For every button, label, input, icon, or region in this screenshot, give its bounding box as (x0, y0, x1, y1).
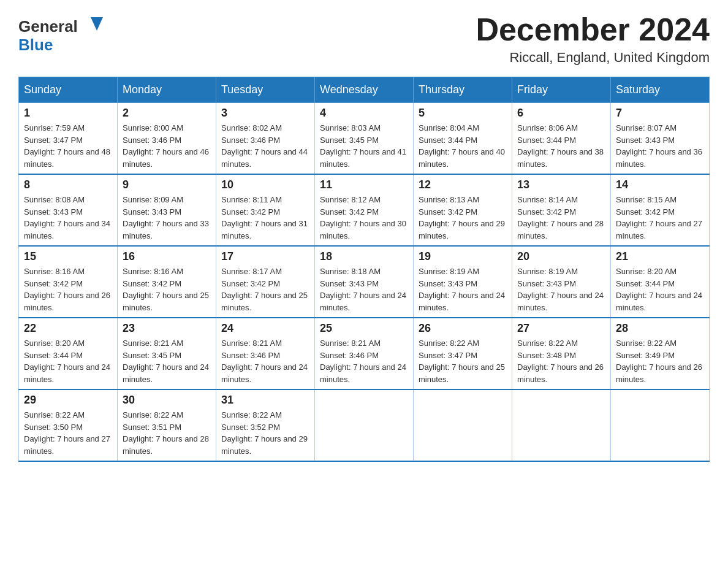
day-cell: 23 Sunrise: 8:21 AM Sunset: 3:45 PM Dayl… (118, 318, 216, 389)
day-cell: 31 Sunrise: 8:22 AM Sunset: 3:52 PM Dayl… (216, 389, 315, 461)
day-info: Sunrise: 8:21 AM Sunset: 3:46 PM Dayligh… (320, 337, 408, 385)
header-tuesday: Tuesday (216, 77, 315, 103)
week-row-5: 29 Sunrise: 8:22 AM Sunset: 3:50 PM Dayl… (19, 389, 710, 461)
header-saturday: Saturday (611, 77, 710, 103)
day-cell: 24 Sunrise: 8:21 AM Sunset: 3:46 PM Dayl… (216, 318, 315, 389)
day-info: Sunrise: 8:21 AM Sunset: 3:46 PM Dayligh… (221, 337, 309, 385)
day-info: Sunrise: 8:03 AM Sunset: 3:45 PM Dayligh… (320, 122, 408, 170)
day-number: 4 (320, 107, 408, 120)
day-info: Sunrise: 8:07 AM Sunset: 3:43 PM Dayligh… (616, 122, 704, 170)
day-number: 3 (221, 107, 309, 120)
day-cell: 18 Sunrise: 8:18 AM Sunset: 3:43 PM Dayl… (315, 246, 414, 318)
day-number: 1 (24, 107, 112, 120)
day-cell: 6 Sunrise: 8:06 AM Sunset: 3:44 PM Dayli… (512, 103, 611, 175)
day-info: Sunrise: 8:22 AM Sunset: 3:49 PM Dayligh… (616, 337, 704, 385)
day-cell: 3 Sunrise: 8:02 AM Sunset: 3:46 PM Dayli… (216, 103, 315, 175)
day-number: 13 (517, 178, 605, 191)
day-cell: 2 Sunrise: 8:00 AM Sunset: 3:46 PM Dayli… (118, 103, 216, 175)
day-info: Sunrise: 8:08 AM Sunset: 3:43 PM Dayligh… (24, 194, 112, 242)
page-header: General Blue December 2024 Riccall, Engl… (18, 12, 710, 66)
day-number: 21 (616, 250, 704, 263)
day-cell: 28 Sunrise: 8:22 AM Sunset: 3:49 PM Dayl… (611, 318, 710, 389)
day-cell (512, 389, 611, 461)
day-info: Sunrise: 8:22 AM Sunset: 3:51 PM Dayligh… (123, 409, 211, 457)
day-cell: 16 Sunrise: 8:16 AM Sunset: 3:42 PM Dayl… (118, 246, 216, 318)
day-number: 20 (517, 250, 605, 263)
day-info: Sunrise: 8:06 AM Sunset: 3:44 PM Dayligh… (517, 122, 605, 170)
day-cell: 26 Sunrise: 8:22 AM Sunset: 3:47 PM Dayl… (414, 318, 512, 389)
day-cell: 10 Sunrise: 8:11 AM Sunset: 3:42 PM Dayl… (216, 174, 315, 246)
day-cell: 8 Sunrise: 8:08 AM Sunset: 3:43 PM Dayli… (19, 174, 118, 246)
day-number: 11 (320, 178, 408, 191)
day-number: 12 (419, 178, 507, 191)
day-cell: 7 Sunrise: 8:07 AM Sunset: 3:43 PM Dayli… (611, 103, 710, 175)
day-number: 28 (616, 322, 704, 335)
day-info: Sunrise: 8:11 AM Sunset: 3:42 PM Dayligh… (221, 194, 309, 242)
header-sunday: Sunday (19, 77, 118, 103)
day-info: Sunrise: 8:16 AM Sunset: 3:42 PM Dayligh… (123, 266, 211, 313)
day-number: 7 (616, 107, 704, 120)
day-cell: 17 Sunrise: 8:17 AM Sunset: 3:42 PM Dayl… (216, 246, 315, 318)
day-cell: 9 Sunrise: 8:09 AM Sunset: 3:43 PM Dayli… (118, 174, 216, 246)
day-info: Sunrise: 8:22 AM Sunset: 3:52 PM Dayligh… (221, 409, 309, 457)
week-row-4: 22 Sunrise: 8:20 AM Sunset: 3:44 PM Dayl… (19, 318, 710, 389)
calendar-table: SundayMondayTuesdayWednesdayThursdayFrid… (18, 77, 710, 462)
week-row-3: 15 Sunrise: 8:16 AM Sunset: 3:42 PM Dayl… (19, 246, 710, 318)
calendar-header-row: SundayMondayTuesdayWednesdayThursdayFrid… (19, 77, 710, 103)
day-cell: 12 Sunrise: 8:13 AM Sunset: 3:42 PM Dayl… (414, 174, 512, 246)
day-number: 17 (221, 250, 309, 263)
header-monday: Monday (118, 77, 216, 103)
day-cell: 22 Sunrise: 8:20 AM Sunset: 3:44 PM Dayl… (19, 318, 118, 389)
header-thursday: Thursday (414, 77, 512, 103)
day-cell: 25 Sunrise: 8:21 AM Sunset: 3:46 PM Dayl… (315, 318, 414, 389)
day-number: 18 (320, 250, 408, 263)
logo: General Blue (18, 12, 104, 56)
day-number: 8 (24, 178, 112, 191)
day-cell: 27 Sunrise: 8:22 AM Sunset: 3:48 PM Dayl… (512, 318, 611, 389)
day-info: Sunrise: 8:15 AM Sunset: 3:42 PM Dayligh… (616, 194, 704, 242)
day-number: 16 (123, 250, 211, 263)
day-info: Sunrise: 8:18 AM Sunset: 3:43 PM Dayligh… (320, 266, 408, 313)
day-number: 31 (221, 394, 309, 407)
day-cell: 5 Sunrise: 8:04 AM Sunset: 3:44 PM Dayli… (414, 103, 512, 175)
day-cell: 20 Sunrise: 8:19 AM Sunset: 3:43 PM Dayl… (512, 246, 611, 318)
day-number: 6 (517, 107, 605, 120)
day-info: Sunrise: 8:13 AM Sunset: 3:42 PM Dayligh… (419, 194, 507, 242)
day-info: Sunrise: 8:19 AM Sunset: 3:43 PM Dayligh… (517, 266, 605, 313)
day-cell: 29 Sunrise: 8:22 AM Sunset: 3:50 PM Dayl… (19, 389, 118, 461)
day-cell: 13 Sunrise: 8:14 AM Sunset: 3:42 PM Dayl… (512, 174, 611, 246)
day-number: 5 (419, 107, 507, 120)
day-cell (414, 389, 512, 461)
svg-marker-1 (91, 17, 103, 31)
day-info: Sunrise: 8:09 AM Sunset: 3:43 PM Dayligh… (123, 194, 211, 242)
day-cell: 30 Sunrise: 8:22 AM Sunset: 3:51 PM Dayl… (118, 389, 216, 461)
day-info: Sunrise: 8:19 AM Sunset: 3:43 PM Dayligh… (419, 266, 507, 313)
day-info: Sunrise: 8:16 AM Sunset: 3:42 PM Dayligh… (24, 266, 112, 313)
day-number: 10 (221, 178, 309, 191)
logo-svg: General Blue (18, 12, 104, 56)
day-number: 27 (517, 322, 605, 335)
day-number: 15 (24, 250, 112, 263)
month-title: December 2024 (476, 12, 710, 47)
day-number: 22 (24, 322, 112, 335)
day-number: 26 (419, 322, 507, 335)
week-row-2: 8 Sunrise: 8:08 AM Sunset: 3:43 PM Dayli… (19, 174, 710, 246)
day-info: Sunrise: 8:04 AM Sunset: 3:44 PM Dayligh… (419, 122, 507, 170)
day-cell (315, 389, 414, 461)
day-number: 14 (616, 178, 704, 191)
day-number: 30 (123, 394, 211, 407)
day-info: Sunrise: 8:02 AM Sunset: 3:46 PM Dayligh… (221, 122, 309, 170)
day-number: 29 (24, 394, 112, 407)
day-cell: 1 Sunrise: 7:59 AM Sunset: 3:47 PM Dayli… (19, 103, 118, 175)
day-cell: 21 Sunrise: 8:20 AM Sunset: 3:44 PM Dayl… (611, 246, 710, 318)
day-number: 9 (123, 178, 211, 191)
svg-text:General: General (18, 17, 78, 36)
day-info: Sunrise: 7:59 AM Sunset: 3:47 PM Dayligh… (24, 122, 112, 170)
day-info: Sunrise: 8:22 AM Sunset: 3:50 PM Dayligh… (24, 409, 112, 457)
day-info: Sunrise: 8:14 AM Sunset: 3:42 PM Dayligh… (517, 194, 605, 242)
svg-text:Blue: Blue (18, 36, 53, 54)
day-number: 24 (221, 322, 309, 335)
day-info: Sunrise: 8:12 AM Sunset: 3:42 PM Dayligh… (320, 194, 408, 242)
day-cell: 4 Sunrise: 8:03 AM Sunset: 3:45 PM Dayli… (315, 103, 414, 175)
location: Riccall, England, United Kingdom (476, 50, 710, 66)
